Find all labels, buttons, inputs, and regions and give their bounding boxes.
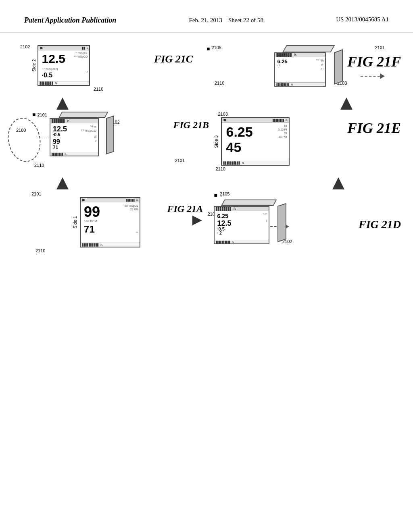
fig21c-device: ■ ▊▊ % ¹⁴ %SpO₂ ¹·⁵ %SpCO 12.5 (38, 45, 90, 86)
fig21e-label: FIG 21E (347, 120, 401, 137)
fig21d-label: FIG 21D (359, 218, 401, 231)
fig21a-label: FIG 21A (167, 204, 203, 214)
fig21b-3d-device: ▊▊▊▊▊▊▊ ℞ 12.5 ¹⁴ % ¹·⁵ %SpCO ·0.5 ² (50, 112, 114, 160)
page-wrapper: Patent Application Publication Feb. 21, … (0, 0, 413, 532)
fig21e-group: 2103 Side 3 ■ ▊▊▊▊▊▊▊▊ ℞ 10 (214, 112, 393, 171)
header-center: Feb. 21, 2013 Sheet 22 of 58 (189, 16, 263, 25)
side1-label: Side 1 (73, 197, 78, 247)
arrows-row-mid (20, 175, 393, 191)
side2-label: Side 2 (31, 45, 36, 86)
ref-2105-f: 2105 (211, 45, 221, 50)
ref-2105-d: 2105 (220, 191, 229, 196)
main-content: 2102 Side 2 ■ ▊▊ % (0, 33, 413, 265)
ref-2101-f-top: 2101 (375, 45, 385, 50)
fig21a-device: ■ ▊▊▊▊▊▊ ℞ 85 %SpO₂ 25 RR 99 (80, 197, 140, 247)
ref-2101-b-bottom: 2101 (175, 158, 185, 163)
fig21c-group: 2102 Side 2 ■ ▊▊ % (20, 45, 177, 91)
fig21d-3d-device: ▊▊▊▊▊▊▊▊ ℞ 6.25 ⁶·⁴⁵ 12.5 ² (214, 200, 286, 248)
fig21c-label: FIG 21C (154, 53, 193, 65)
ref-2110-a: 2110 (35, 248, 45, 253)
ref-2101-a: 2101 (31, 191, 41, 196)
fig21f-group: ■ 2105 2101 (206, 45, 393, 85)
fig21b-label: FIG 21B (173, 120, 209, 131)
ref-2110-e: 2110 (215, 166, 225, 171)
ref-2110-f: 2110 (215, 81, 224, 85)
ref-2110-b: 2110 (34, 163, 44, 168)
page-header: Patent Application Publication Feb. 21, … (0, 0, 413, 33)
fig21f-label: FIG 21F (347, 53, 401, 70)
header-right: US 2013/0045685 A1 (336, 16, 389, 23)
ref-2103-e: 2103 (218, 112, 227, 116)
arrows-row-top (20, 96, 393, 112)
ref-2101-b: 2101 (37, 112, 47, 117)
fig21d-group: ■ 2105 ▊▊▊▊▊▊▊▊ ℞ (214, 191, 393, 243)
ref-2102-label: 2102 (20, 44, 30, 49)
fig21b-group: ■ 2101 ▊▊▊▊▊▊▊ ℞ (32, 112, 189, 168)
fig21e-device: ■ ▊▊▊▊▊▊▊▊ ℞ 10 0.25 PI 65 20 PVI 6.25 (221, 117, 290, 166)
header-title: Patent Application Publication (24, 16, 116, 25)
fig21a-group: 2101 Side 1 ■ ▊▊▊▊▊▊ ℞ (28, 191, 185, 253)
fig21f-3d-device: ▊▊▊▊▊▊▊▊ ℞ ⁹⁹ % ¹⁸ ⁷¹ 6.25 (274, 45, 343, 89)
ref-2110-c: 2110 (94, 87, 103, 91)
side3-label: Side 3 (214, 117, 219, 166)
